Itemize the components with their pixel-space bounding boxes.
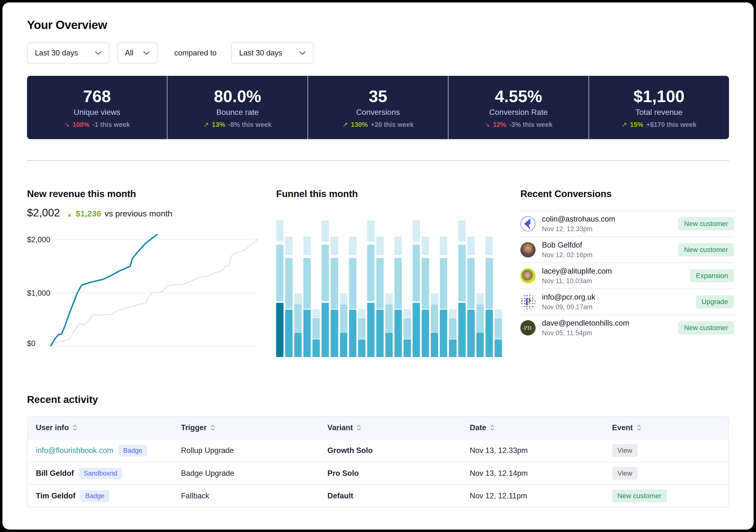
scope-select[interactable]: All <box>117 42 158 64</box>
funnel-bar-segment <box>376 310 384 357</box>
column-header-user-info[interactable]: User info <box>27 423 173 432</box>
user-info-cell: Bill GeldofSandboxnd <box>27 468 173 479</box>
user-info-cell: Tim GeldofBadge <box>27 490 173 502</box>
stat-delta: ↗15%+$170 this week <box>621 121 697 129</box>
trigger-cell: Fallback <box>173 492 319 500</box>
funnel-bar-segment <box>449 309 456 318</box>
funnel-bar <box>385 220 393 357</box>
stat-cell: 80.0%Bounce rate↗13%-8% this week <box>167 76 307 139</box>
column-header-label: Variant <box>327 423 353 432</box>
table-row[interactable]: Bill GeldofSandboxndBadge UpgradePro Sol… <box>27 462 729 484</box>
revenue-panel: New revenue this month $2,002 ▲ $1,236 v… <box>27 188 258 357</box>
funnel-bar-segment <box>476 333 484 357</box>
revenue-delta-suffix: vs previous month <box>105 209 172 218</box>
funnel-bar-segment <box>340 304 347 332</box>
funnel-bar-segment <box>312 339 320 357</box>
funnel-bar-segment <box>385 333 393 357</box>
stat-value: 4.55% <box>495 87 542 106</box>
funnel-bar-segment <box>440 258 447 309</box>
trend-down-icon: ↘ <box>64 121 70 129</box>
user-name: Bill Geldof <box>36 469 74 478</box>
chevron-down-icon <box>299 51 306 55</box>
conversion-list-item[interactable]: colin@astrohaus.comNov 12, 12.33pmNew cu… <box>520 211 734 237</box>
user-email-link[interactable]: info@flourishbook.com <box>36 446 113 455</box>
column-header-variant[interactable]: Variant <box>319 423 461 432</box>
overview-card: Your Overview Last 30 days All compared … <box>2 2 754 530</box>
line-chart-plot <box>50 229 258 346</box>
funnel-bar <box>404 220 411 357</box>
section-divider <box>27 160 729 161</box>
column-header-label: Event <box>612 423 633 432</box>
funnel-bar <box>376 220 384 357</box>
trend-up-icon: ↗ <box>342 121 348 129</box>
stat-delta-note: +20 this week <box>371 121 414 129</box>
funnel-bar <box>340 220 347 357</box>
conversion-list-item[interactable]: lacey@alituplife.comNov 11, 10.03amExpan… <box>520 263 734 289</box>
conversion-type-badge: Expansion <box>690 269 734 282</box>
funnel-bar-segment <box>404 309 411 318</box>
stat-value: 80.0% <box>214 87 261 106</box>
ph-initials-avatar: PH <box>520 320 536 335</box>
activity-table: User infoTriggerVariantDateEvent info@fl… <box>27 416 729 507</box>
variant-cell: Pro Solo <box>319 469 461 478</box>
stat-label: Unique views <box>74 108 120 117</box>
event-cell: New customer <box>604 490 729 502</box>
event-cell: View <box>604 444 729 457</box>
stat-delta: ↗130%+20 this week <box>342 121 414 129</box>
funnel-bar-segment <box>331 237 338 255</box>
funnel-bar-segment <box>413 245 420 301</box>
stat-cell: $1,100Total revenue↗15%+$170 this week <box>589 76 729 139</box>
table-row[interactable]: info@flourishbook.comBadgeRollup Upgrade… <box>27 439 729 462</box>
stat-value: $1,100 <box>634 87 685 106</box>
conversion-timestamp: Nov 12, 02.16pm <box>542 251 593 259</box>
funnel-bar-segment <box>303 258 311 309</box>
conversion-timestamp: Nov 09, 09.17am <box>542 303 595 311</box>
trend-up-icon: ↗ <box>203 121 209 129</box>
funnel-bar-segment <box>294 333 302 357</box>
conversion-list-item[interactable]: Pinfo@pcr.org.ukNov 09, 09.17amUpgrade <box>520 289 734 315</box>
date-cell: Nov 13, 12.33pm <box>461 446 604 455</box>
funnel-bar-segment <box>294 304 302 332</box>
funnel-bar-segment <box>349 237 356 255</box>
conversion-info: Bob GelfdofNov 12, 02.16pm <box>542 241 593 259</box>
column-header-event[interactable]: Event <box>604 423 729 432</box>
stat-delta-note: -1 this week <box>93 121 130 129</box>
revenue-delta: $1,236 <box>76 209 101 218</box>
conversion-list-item[interactable]: PHdave@pendletonhills.comNov 05, 11.54pm… <box>520 315 734 341</box>
funnel-bar <box>476 220 484 357</box>
funnel-bar-segment <box>458 220 466 241</box>
funnel-bar-segment <box>422 237 429 255</box>
funnel-bar-segment <box>367 220 375 241</box>
funnel-bar-segment <box>322 220 329 241</box>
funnel-bar <box>322 220 329 357</box>
stat-delta: ↘100%-1 this week <box>64 121 130 129</box>
sort-icon <box>211 425 215 431</box>
funnel-bar <box>422 220 429 357</box>
funnel-bar-segment <box>358 318 365 339</box>
table-row[interactable]: Tim GeldofBadgeFallbackDefaultNov 12, 12… <box>27 484 729 507</box>
event-chip[interactable]: New customer <box>612 490 667 502</box>
funnel-bar-segment <box>422 310 429 357</box>
column-header-label: Trigger <box>181 423 207 432</box>
funnel-bar-segment <box>276 303 284 357</box>
funnel-bar-segment <box>385 304 393 332</box>
funnel-bar-segment <box>322 303 329 357</box>
variant-cell: Default <box>319 492 461 500</box>
funnel-bar <box>449 220 456 357</box>
event-chip[interactable]: View <box>612 444 638 457</box>
conversion-list-item[interactable]: Bob GelfdofNov 12, 02.16pmNew customer <box>520 237 734 263</box>
event-chip[interactable]: View <box>612 467 638 480</box>
app-frame: Your Overview Last 30 days All compared … <box>0 0 756 532</box>
stat-delta-note: -8% this week <box>228 121 271 129</box>
funnel-bar <box>495 220 502 357</box>
compare-range-select[interactable]: Last 30 days <box>231 42 313 64</box>
date-range-select[interactable]: Last 30 days <box>27 42 109 64</box>
stat-value: 35 <box>369 87 387 106</box>
column-header-date[interactable]: Date <box>461 423 604 432</box>
conversion-name: info@pcr.org.uk <box>542 293 595 302</box>
funnel-bar-segment <box>331 258 338 309</box>
funnel-bar-segment <box>340 333 347 357</box>
funnel-bar-segment <box>376 237 384 255</box>
funnel-bar-segment <box>476 293 484 304</box>
column-header-trigger[interactable]: Trigger <box>173 423 319 432</box>
